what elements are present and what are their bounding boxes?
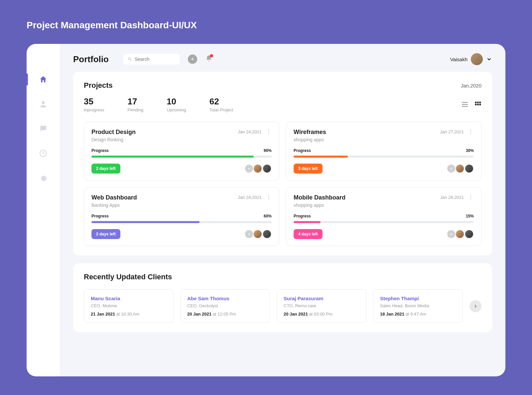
assignees: + [447, 164, 474, 173]
client-name: Stephen Thampi [380, 296, 456, 301]
avatar[interactable] [262, 229, 272, 239]
plus-icon: + [191, 56, 195, 63]
client-timestamp: 20 Jan 2021 at 12:05 Pm [187, 312, 263, 317]
svg-rect-4 [479, 102, 481, 103]
client-card[interactable]: Abe Sam Thomus CEO, Geckolyst 20 Jan 202… [180, 289, 270, 323]
chevron-right-icon [473, 304, 478, 309]
sidebar-item-time[interactable] [27, 148, 60, 159]
grid-view-icon[interactable] [474, 101, 481, 108]
avatar[interactable] [253, 229, 262, 239]
stat-label: Upcoming [167, 107, 186, 112]
chevron-down-icon [486, 56, 492, 62]
avatar[interactable] [262, 164, 272, 173]
client-timestamp: 21 Jan 2021 at 10:30 Am [91, 312, 167, 317]
project-card[interactable]: Product Design Jan 24,2021 ⋯ Design thin… [84, 122, 279, 181]
search-box[interactable] [123, 54, 180, 65]
stat-total: 62 Total Project [209, 96, 233, 112]
client-role: CTO, Remo.care [284, 303, 359, 308]
stat-value: 10 [167, 96, 186, 107]
svg-rect-5 [475, 104, 477, 105]
project-date: Jan 27,2021 [440, 129, 464, 134]
card-menu-button[interactable]: ⋯ [266, 195, 272, 200]
client-card[interactable]: Stephen Thampi Sales Head, Boom Media 18… [373, 289, 463, 323]
add-assignee-button[interactable]: + [245, 165, 253, 173]
assignees: + [245, 164, 272, 173]
progress-bar [294, 156, 474, 158]
avatar[interactable] [465, 164, 474, 173]
avatar[interactable] [455, 229, 465, 239]
add-assignee-button[interactable]: + [447, 230, 455, 238]
project-grid: Product Design Jan 24,2021 ⋯ Design thin… [84, 122, 481, 246]
card-menu-button[interactable]: ⋯ [266, 129, 272, 135]
list-view-icon[interactable] [461, 100, 469, 108]
avatar [471, 53, 483, 65]
page-title: Portfolio [73, 54, 109, 65]
progress-label: Progress [294, 214, 311, 218]
project-subtitle: Banking Apps [91, 202, 272, 208]
sidebar-item-settings[interactable] [27, 172, 60, 184]
progress-bar [294, 221, 474, 223]
sidebar-item-chat[interactable] [27, 123, 60, 134]
client-card[interactable]: Manu Scaria CEO, Mobme 21 Jan 2021 at 10… [84, 289, 174, 323]
progress-fill [91, 156, 254, 158]
progress-value: 90% [264, 148, 272, 153]
avatar[interactable] [455, 164, 465, 173]
project-title: Wireframes [294, 129, 326, 136]
stat-value: 35 [84, 96, 104, 107]
project-card[interactable]: Mobile Dashboard Jan 28,2021 ⋯ shopping … [286, 187, 481, 246]
notifications-button[interactable] [205, 55, 212, 64]
notification-dot-icon [210, 54, 213, 58]
avatar[interactable] [465, 229, 474, 239]
progress-bar [91, 156, 272, 158]
client-timestamp: 20 Jan 2021 at 03:00 Pm [284, 312, 359, 317]
app-container: Portfolio + Vaisakh Projects Jan, [27, 44, 505, 376]
progress-fill [294, 221, 321, 223]
svg-rect-3 [477, 102, 479, 103]
stat-label: Total Project [209, 107, 233, 112]
user-menu[interactable]: Vaisakh [450, 53, 492, 65]
outer-page-title: Project Management Dashboard-UI/UX [27, 20, 505, 31]
stat-value: 17 [127, 96, 143, 107]
next-clients-button[interactable] [469, 300, 481, 312]
search-input[interactable] [135, 57, 175, 62]
card-menu-button[interactable]: ⋯ [468, 129, 474, 135]
stats-row: 35 Inprogress 17 Pending 10 Upcoming 62 … [84, 96, 481, 112]
client-role: CEO, Geckolyst [187, 303, 263, 308]
assignees: + [447, 229, 474, 239]
progress-label: Progress [91, 148, 109, 153]
progress-value: 60% [264, 214, 272, 218]
gear-icon [39, 174, 48, 182]
project-date: Jan 24,2021 [238, 129, 262, 134]
progress-value: 30% [466, 148, 474, 153]
card-menu-button[interactable]: ⋯ [468, 195, 474, 200]
client-name: Abe Sam Thomus [187, 296, 263, 301]
project-title: Mobile Dashboard [294, 194, 345, 201]
home-icon [39, 75, 48, 84]
add-assignee-button[interactable]: + [245, 230, 253, 238]
project-subtitle: shopping apps [294, 137, 474, 142]
project-date: Jan 24,2021 [238, 195, 262, 200]
main-content: Portfolio + Vaisakh Projects Jan, [60, 44, 505, 376]
project-card[interactable]: Web Dashboard Jan 24,2021 ⋯ Banking Apps… [84, 187, 279, 246]
svg-point-1 [128, 58, 131, 60]
progress-bar [91, 221, 272, 223]
avatar[interactable] [253, 164, 262, 173]
projects-date: Jan,2020 [461, 83, 481, 88]
progress-fill [294, 156, 348, 158]
add-button[interactable]: + [188, 55, 197, 64]
project-title: Product Design [91, 129, 136, 136]
days-left-badge: 4 days left [294, 229, 323, 239]
days-left-badge: 2 days left [91, 229, 120, 239]
stat-inprogress: 35 Inprogress [84, 96, 104, 112]
project-subtitle: shopping apps [294, 202, 474, 208]
client-card[interactable]: Suraj Parasuram CTO, Remo.care 20 Jan 20… [277, 289, 366, 323]
sidebar-item-home[interactable] [27, 74, 60, 85]
clients-title: Recently Updated Clients [84, 273, 481, 281]
add-assignee-button[interactable]: + [447, 165, 455, 173]
progress-label: Progress [294, 148, 311, 153]
chat-icon [39, 124, 48, 133]
project-date: Jan 28,2021 [440, 195, 464, 200]
project-card[interactable]: Wireframes Jan 27,2021 ⋯ shopping apps P… [286, 122, 481, 181]
svg-rect-6 [477, 104, 479, 105]
sidebar-item-team[interactable] [27, 98, 60, 110]
